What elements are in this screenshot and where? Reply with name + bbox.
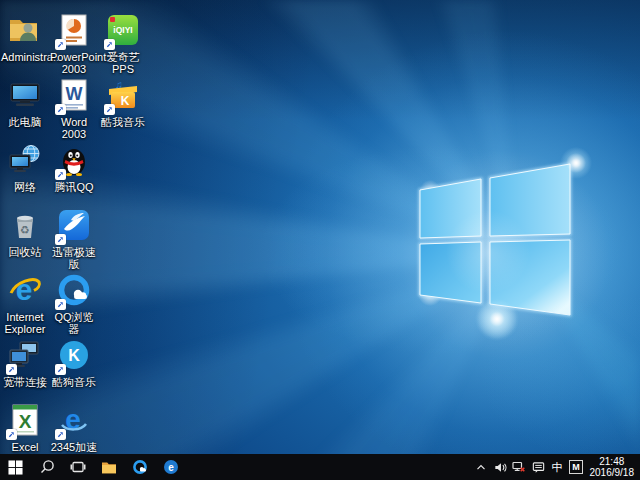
shortcut-arrow-icon xyxy=(55,104,66,115)
desktop-icon-label: 腾讯QQ xyxy=(50,181,98,193)
chevron-up-icon xyxy=(474,460,488,474)
speaker-icon xyxy=(493,460,508,475)
shortcut-arrow-icon xyxy=(55,364,66,375)
svg-text:X: X xyxy=(19,411,32,432)
ie-icon: e xyxy=(7,273,43,309)
e2345-icon: e xyxy=(56,403,92,439)
desktop-icon-iqiyi-pps[interactable]: iQIYI爱奇艺PPS xyxy=(99,12,147,75)
svg-text:K: K xyxy=(121,94,130,108)
desktop-icon-label: QQ浏览器 xyxy=(50,311,98,335)
shortcut-arrow-icon xyxy=(55,429,66,440)
shortcut-arrow-icon xyxy=(6,364,17,375)
xunlei-icon xyxy=(56,208,92,244)
desktop-icon-label: PowerPoint 2003 xyxy=(50,51,98,75)
e2345-sm-icon: e xyxy=(163,459,179,475)
desktop-icon-label: Administra... xyxy=(1,51,49,63)
desktop-icon-broadband[interactable]: 宽带连接 xyxy=(1,337,49,388)
desktop-icon-label: 爱奇艺PPS xyxy=(99,51,147,75)
taskbar-clock[interactable]: 21:48 2016/9/18 xyxy=(586,456,640,478)
desktop-icon-label: 此电脑 xyxy=(1,116,49,128)
task-view-button[interactable] xyxy=(62,454,93,480)
desktop-icon-label: 迅雷极速版 xyxy=(50,246,98,270)
desktop-icon-label: 回收站 xyxy=(1,246,49,258)
desktop-icon-internet-explorer[interactable]: eInternet Explorer xyxy=(1,272,49,335)
qq-browser-taskbar-button[interactable] xyxy=(124,454,155,480)
desktop-icon-powerpoint-2003[interactable]: PowerPoint 2003 xyxy=(50,12,98,75)
clock-date: 2016/9/18 xyxy=(590,467,635,478)
desktop-icon-label: 酷我音乐 xyxy=(99,116,147,128)
svg-text:e: e xyxy=(16,273,33,306)
desktop-icon-grid: Administra...此电脑网络♻回收站eInternet Explorer… xyxy=(0,0,640,454)
desktop-icon-label: 宽带连接 xyxy=(1,376,49,388)
file-explorer-button[interactable] xyxy=(93,454,124,480)
shortcut-arrow-icon xyxy=(55,299,66,310)
svg-text:W: W xyxy=(66,84,83,104)
start-button[interactable] xyxy=(0,454,31,480)
broadband-icon xyxy=(7,338,43,374)
desktop-icon-kuwo-music[interactable]: ♫K酷我音乐 xyxy=(99,77,147,128)
search-icon xyxy=(39,459,55,475)
desktop-icon-recycle-bin[interactable]: ♻回收站 xyxy=(1,207,49,258)
svg-text:K: K xyxy=(68,347,80,364)
search-button[interactable] xyxy=(31,454,62,480)
desktop-icon-xunlei[interactable]: 迅雷极速版 xyxy=(50,207,98,270)
desktop-icon-this-pc[interactable]: 此电脑 xyxy=(1,77,49,128)
shortcut-arrow-icon xyxy=(104,104,115,115)
win-logo-icon xyxy=(8,460,23,475)
desktop-icon-administrator[interactable]: Administra... xyxy=(1,12,49,63)
action-center-button[interactable] xyxy=(529,454,548,480)
desktop-icon-network[interactable]: 网络 xyxy=(1,142,49,193)
desktop-icon-label: Internet Explorer xyxy=(1,311,49,335)
qq-browser-icon xyxy=(56,273,92,309)
tray-expand-button[interactable] xyxy=(472,454,491,480)
shortcut-arrow-icon xyxy=(6,429,17,440)
svg-text:iQIYI: iQIYI xyxy=(113,25,132,35)
ime-language-button-label: M xyxy=(569,460,583,474)
svg-text:♻: ♻ xyxy=(20,224,30,236)
user-folder-icon xyxy=(7,13,43,49)
desktop-icon-label: 酷狗音乐 xyxy=(50,376,98,388)
volume-button[interactable] xyxy=(491,454,510,480)
recycle-bin-icon: ♻ xyxy=(7,208,43,244)
folder-icon xyxy=(101,459,117,475)
iqiyi-icon: iQIYI xyxy=(105,13,141,49)
network-status-button[interactable] xyxy=(510,454,529,480)
excel-icon: X xyxy=(7,403,43,439)
word-icon: W xyxy=(56,78,92,114)
shortcut-arrow-icon xyxy=(104,39,115,50)
powerpoint-icon xyxy=(56,13,92,49)
kuwo-icon: ♫K xyxy=(105,78,141,114)
network-globe-icon xyxy=(7,143,43,179)
taskbar-buttons: e xyxy=(0,454,186,480)
qq-browser-sm-icon xyxy=(132,459,148,475)
ime-mode-indicator-label: 中 xyxy=(552,462,563,473)
desktop-screen: Administra...此电脑网络♻回收站eInternet Explorer… xyxy=(0,0,640,480)
ime-language-button[interactable]: M xyxy=(567,454,586,480)
system-tray: 中M xyxy=(472,454,586,480)
task-view-icon xyxy=(70,459,86,475)
ime-mode-indicator[interactable]: 中 xyxy=(548,454,567,480)
kugou-icon: K xyxy=(56,338,92,374)
taskbar: e 中M 21:48 2016/9/18 xyxy=(0,454,640,480)
taskbar-tray-area: 中M 21:48 2016/9/18 xyxy=(472,454,640,480)
desktop-icon-tencent-qq[interactable]: 腾讯QQ xyxy=(50,142,98,193)
desktop-icon-qq-browser[interactable]: QQ浏览器 xyxy=(50,272,98,335)
clock-time: 21:48 xyxy=(590,456,635,467)
comment-icon xyxy=(531,460,546,475)
desktop-icon-label: 网络 xyxy=(1,181,49,193)
shortcut-arrow-icon xyxy=(55,169,66,180)
shortcut-arrow-icon xyxy=(55,234,66,245)
desktop-icon-word-2003[interactable]: WWord 2003 xyxy=(50,77,98,140)
desktop-icon-kugou-music[interactable]: K酷狗音乐 xyxy=(50,337,98,388)
qq-icon xyxy=(56,143,92,179)
svg-text:e: e xyxy=(168,462,174,473)
browser-2345-taskbar-button[interactable]: e xyxy=(155,454,186,480)
shortcut-arrow-icon xyxy=(55,39,66,50)
monitor-icon xyxy=(7,78,43,114)
desktop-icon-label: Word 2003 xyxy=(50,116,98,140)
network-x-icon xyxy=(511,459,527,475)
